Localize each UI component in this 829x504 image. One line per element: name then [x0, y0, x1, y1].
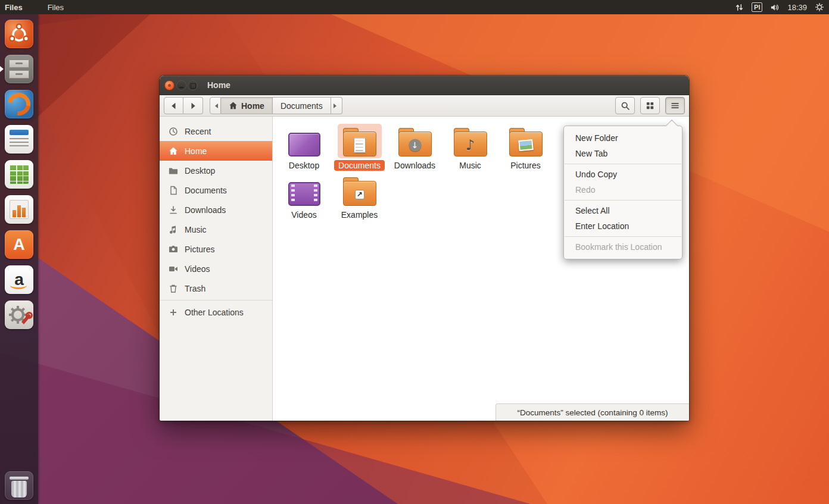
downloads-folder-icon: ↓ [398, 132, 432, 156]
menu-item-undo-copy[interactable]: Undo Copy [564, 167, 682, 182]
sidebar-item-documents[interactable]: Documents [160, 180, 272, 200]
menubar-item-files[interactable]: Files [48, 3, 64, 12]
menu-item-select-all[interactable]: Select All [564, 203, 682, 218]
document-emblem-icon [354, 137, 366, 152]
launcher-item-trash[interactable] [5, 471, 33, 500]
document-icon [169, 186, 178, 195]
launcher-item-ubuntu-dash[interactable] [5, 20, 33, 48]
chevron-left-icon [213, 104, 218, 108]
launcher-item-firefox[interactable] [5, 90, 33, 118]
menu-item-new-folder[interactable]: New Folder [564, 130, 682, 146]
hamburger-menu-button[interactable] [665, 97, 685, 114]
launcher-item-amazon[interactable]: a [5, 265, 33, 294]
file-label: Documents [334, 160, 385, 171]
writer-icon-lines [10, 138, 29, 148]
chevron-right-icon [334, 104, 339, 108]
launcher-item-libreoffice-writer[interactable] [5, 125, 33, 154]
window-title: Home [207, 76, 230, 95]
forward-arrow-icon [188, 101, 198, 111]
breadcrumb-home[interactable]: Home [221, 97, 273, 114]
sidebar-item-home[interactable]: Home [160, 141, 272, 161]
breadcrumb-home-label: Home [241, 101, 264, 111]
sidebar-item-label: Downloads [185, 205, 226, 215]
sidebar-item-trash[interactable]: Trash [160, 278, 272, 298]
videos-folder-icon [288, 182, 320, 206]
network-updown-icon[interactable] [735, 3, 744, 12]
path-bar: Home Documents [210, 97, 342, 114]
back-button[interactable] [164, 97, 183, 114]
file-label: Downloads [390, 160, 440, 171]
back-arrow-icon [169, 101, 179, 111]
examples-folder-icon: ↗ [343, 181, 376, 206]
breadcrumb-documents[interactable]: Documents [273, 97, 331, 114]
sidebar-item-label: Desktop [185, 166, 215, 176]
launcher-item-libreoffice-calc[interactable] [5, 160, 33, 189]
file-item-videos[interactable]: Videos [276, 173, 332, 220]
status-bar: “Documents” selected (containing 0 items… [495, 403, 689, 421]
file-item-examples[interactable]: ↗ Examples [332, 173, 387, 220]
clock-icon [169, 127, 178, 136]
files-window: Home Home Documents [160, 76, 689, 421]
desktop-folder-icon [288, 133, 320, 156]
menu-separator [565, 200, 681, 201]
trash-icon-body [11, 481, 27, 497]
toolbar-right-buttons [615, 97, 685, 114]
impress-icon [10, 200, 29, 219]
window-close-button[interactable] [164, 80, 174, 90]
sidebar-item-pictures[interactable]: Pictures [160, 239, 272, 259]
running-app-indicator [0, 66, 4, 72]
download-emblem-icon: ↓ [409, 139, 421, 151]
file-item-music[interactable]: ♪ Music [442, 124, 498, 171]
menu-item-new-tab[interactable]: New Tab [564, 146, 682, 161]
pathbar-scroll-right-button[interactable] [331, 97, 342, 114]
file-item-desktop[interactable]: Desktop [276, 124, 332, 171]
volume-icon[interactable] [770, 3, 780, 12]
launcher-item-system-settings[interactable] [5, 300, 33, 329]
sidebar-item-downloads[interactable]: Downloads [160, 200, 272, 220]
window-titlebar[interactable]: Home [160, 76, 689, 95]
video-camera-icon [169, 264, 178, 274]
pathbar-scroll-left-button[interactable] [210, 97, 221, 114]
trash-icon [169, 284, 178, 293]
launcher-item-libreoffice-impress[interactable] [5, 195, 33, 224]
clock[interactable]: 18:39 [787, 3, 807, 12]
keyboard-layout-indicator[interactable]: Pl [752, 2, 762, 12]
impress-chart-bar [22, 208, 26, 217]
top-panel: Files Files Pl 18:39 [0, 0, 829, 14]
sidebar-item-music[interactable]: Music [160, 220, 272, 239]
file-label: Pictures [506, 160, 545, 171]
folder-icon [169, 166, 178, 176]
music-note-icon [169, 225, 178, 234]
sidebar-separator [160, 300, 272, 300]
menu-item-enter-location[interactable]: Enter Location [564, 218, 682, 234]
view-grid-button[interactable] [640, 97, 660, 114]
menu-item-redo: Redo [564, 182, 682, 198]
home-icon [169, 146, 178, 156]
sidebar-item-label: Recent [185, 127, 211, 136]
file-label: Desktop [285, 160, 323, 171]
sidebar-item-videos[interactable]: Videos [160, 259, 272, 278]
forward-button[interactable] [183, 97, 203, 114]
file-item-downloads[interactable]: ↓ Downloads [387, 124, 442, 171]
shortcut-emblem-icon: ↗ [355, 190, 364, 199]
sidebar-item-desktop[interactable]: Desktop [160, 161, 272, 180]
launcher-item-files[interactable] [5, 55, 33, 83]
file-cabinet-icon [9, 60, 29, 68]
ubuntu-logo-icon [5, 20, 33, 48]
camera-icon [169, 245, 178, 254]
hamburger-icon [671, 101, 680, 110]
launcher-item-ubuntu-software[interactable]: A [5, 230, 33, 259]
sidebar-item-recent[interactable]: Recent [160, 121, 272, 141]
window-maximize-button[interactable] [188, 80, 198, 90]
places-sidebar: Recent Home Desktop Documents [160, 117, 273, 421]
session-gear-icon[interactable] [815, 2, 824, 12]
sidebar-item-other-locations[interactable]: Other Locations [160, 302, 272, 322]
grid-view-icon [646, 101, 655, 110]
plus-icon [169, 308, 178, 317]
navigation-buttons [164, 97, 203, 114]
file-item-documents[interactable]: Documents [332, 124, 387, 171]
unity-launcher: A a [0, 14, 38, 504]
search-button[interactable] [615, 97, 635, 114]
window-minimize-button[interactable] [176, 80, 186, 90]
file-item-pictures[interactable]: Pictures [498, 124, 553, 171]
